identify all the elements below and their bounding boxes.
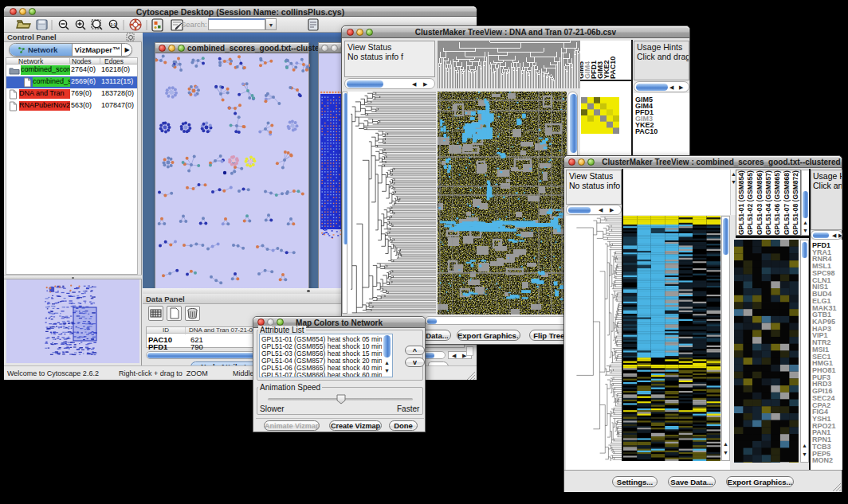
- svg-text:GPL51-01 (GSM854): GPL51-01 (GSM854): [737, 170, 745, 235]
- svg-text:1:1: 1:1: [110, 22, 116, 27]
- svg-text:GPL51-04 (GSM857): GPL51-04 (GSM857): [764, 170, 772, 235]
- svg-text:GPL51-06 (GSM865): GPL51-06 (GSM865): [773, 170, 781, 235]
- svg-text:GPL51-03 (GSM856): GPL51-03 (GSM856): [756, 170, 764, 235]
- svg-text:GPL51-02 (GSM855): GPL51-02 (GSM855): [746, 170, 754, 235]
- svg-text:GPL51-07 (GSM868): GPL51-07 (GSM868): [783, 170, 791, 235]
- svg-text:Search:: Search:: [181, 20, 207, 29]
- svg-text:PAC10: PAC10: [609, 57, 617, 79]
- svg-text:GPL51-08 (GSM872): GPL51-08 (GSM872): [791, 170, 799, 235]
